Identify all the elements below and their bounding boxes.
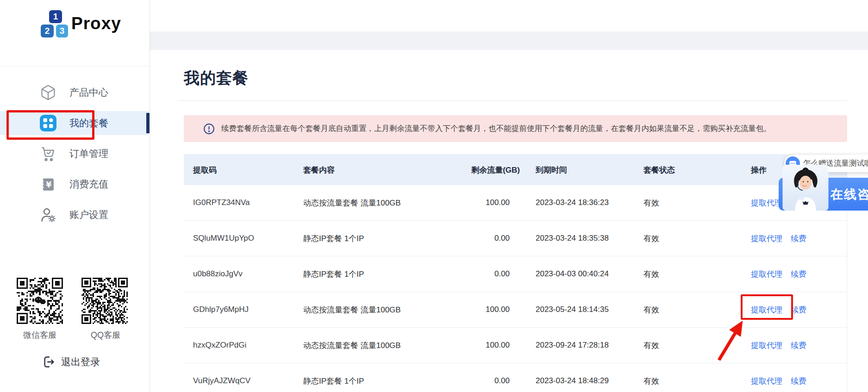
cell-actions: 提取代理续费 xyxy=(751,376,843,386)
cell-remaining: 0.00 xyxy=(437,376,520,386)
wechat-qr-label: 微信客服 xyxy=(17,330,63,341)
page-title: 我的套餐 xyxy=(184,68,249,89)
column-header-0: 提取码 xyxy=(193,164,300,175)
table-row-2: SQluMW1UpYpO静态IP套餐 1个IP0.002023-03-24 18… xyxy=(184,221,847,256)
cell-code: SQluMW1UpYpO xyxy=(193,234,300,243)
cell-actions: 提取代理续费 xyxy=(751,269,843,280)
sidebar-item-4[interactable]: ¥ 消费充值 xyxy=(0,172,150,196)
table-row-1: IG0RPTZ34NVa动态按流量套餐 流量100GB100.002023-03… xyxy=(184,185,847,221)
wechat-qr-code xyxy=(17,277,63,325)
page-background-band xyxy=(150,31,868,50)
cell-expires: 2023-09-24 17:28:18 xyxy=(536,341,647,350)
sidebar-item-2[interactable]: 我的套餐 xyxy=(0,111,150,135)
extract-proxy-link[interactable]: 提取代理 xyxy=(751,234,782,243)
cell-content: 静态IP套餐 1个IP xyxy=(303,233,437,244)
packages-table: 提取码套餐内容剩余流量(GB)到期时间套餐状态操作 IG0RPTZ34NVa动态… xyxy=(184,154,847,392)
cell-status: 有效 xyxy=(643,340,713,351)
renew-link[interactable]: 续费 xyxy=(791,234,806,243)
cell-actions: 提取代理续费 xyxy=(751,233,843,244)
sidebar-item-5[interactable]: 账户设置 xyxy=(0,203,150,227)
cell-remaining: 100.00 xyxy=(437,305,520,314)
cell-code: u0b88zioJgVv xyxy=(193,269,300,279)
sidebar-item-label: 消费充值 xyxy=(69,178,108,191)
sidebar-item-label: 我的套餐 xyxy=(69,117,108,130)
app-window: 我的套餐 续费套餐所含流量在每个套餐月底自动重置，上月剩余流量不带入下个套餐月，… xyxy=(0,0,868,392)
cell-content: 动态按流量套餐 流量100GB xyxy=(303,340,437,351)
column-header-1: 套餐内容 xyxy=(303,164,437,175)
cart-icon xyxy=(40,145,56,162)
brand-name: Proxy xyxy=(71,14,121,33)
svg-text:¥: ¥ xyxy=(46,180,51,189)
cell-expires: 2023-03-24 18:48:29 xyxy=(536,376,647,386)
qq-qr-label: QQ客服 xyxy=(82,330,129,341)
cell-status: 有效 xyxy=(643,198,713,208)
cell-expires: 2023-03-24 18:35:38 xyxy=(536,234,647,243)
sidebar-item-label: 订单管理 xyxy=(69,147,108,160)
cell-status: 有效 xyxy=(643,376,713,386)
sidebar: Proxy 123 产品中心 我的套餐 订单管理 ¥ 消费充值 xyxy=(0,0,150,392)
column-header-3: 到期时间 xyxy=(536,164,647,175)
customer-service-agent-photo xyxy=(782,165,829,211)
table-row-5: hzxQxZOrPdGi动态按流量套餐 流量100GB100.002023-09… xyxy=(184,328,847,363)
content-card: 我的套餐 续费套餐所含流量在每个套餐月底自动重置，上月剩余流量不带入下个套餐月，… xyxy=(150,50,868,392)
cell-code: hzxQxZOrPdGi xyxy=(193,341,300,350)
notice-banner: 续费套餐所含流量在每个套餐月底自动重置，上月剩余流量不带入下个套餐月，也不能提前… xyxy=(184,115,847,142)
title-divider xyxy=(177,100,847,101)
table-row-4: GDhlp7y6MpHJ动态按流量套餐 流量100GB100.002023-05… xyxy=(184,292,847,328)
warning-icon xyxy=(203,123,215,135)
cell-content: 静态IP套餐 1个IP xyxy=(303,269,437,280)
sidebar-item-label: 产品中心 xyxy=(69,86,108,99)
sidebar-item-1[interactable]: 产品中心 xyxy=(0,81,150,105)
cube-icon xyxy=(40,84,56,101)
top-header xyxy=(150,0,868,31)
cell-expires: 2023-05-24 18:14:35 xyxy=(536,305,647,314)
cell-code: IG0RPTZ34NVa xyxy=(193,198,300,207)
sidebar-item-3[interactable]: 订单管理 xyxy=(0,142,150,166)
cell-code: GDhlp7y6MpHJ xyxy=(193,305,300,314)
online-consult-label: 在线咨询 xyxy=(831,186,868,203)
table-row-3: u0b88zioJgVv静态IP套餐 1个IP0.002023-04-03 00… xyxy=(184,256,847,292)
column-header-2: 剩余流量(GB) xyxy=(437,164,520,175)
table-row-6: VuRjyAJZWqCV静态IP套餐 1个IP0.002023-03-24 18… xyxy=(184,363,847,392)
cell-remaining: 100.00 xyxy=(437,341,520,350)
renew-link[interactable]: 续费 xyxy=(791,341,806,350)
brand-logo[interactable]: Proxy 123 xyxy=(41,9,133,39)
cell-remaining: 100.00 xyxy=(437,198,520,207)
cell-content: 动态按流量套餐 流量100GB xyxy=(303,198,437,208)
cell-status: 有效 xyxy=(643,305,713,315)
extract-proxy-link[interactable]: 提取代理 xyxy=(751,341,782,350)
logout-icon xyxy=(43,355,56,368)
extract-proxy-link[interactable]: 提取代理 xyxy=(751,199,782,207)
renew-link[interactable]: 续费 xyxy=(791,377,806,386)
cell-content: 动态按流量套餐 流量100GB xyxy=(303,305,437,315)
sidebar-divider xyxy=(0,66,150,66)
logo-block-2: 2 xyxy=(41,25,54,37)
grid-icon xyxy=(40,115,56,131)
cell-status: 有效 xyxy=(643,233,713,244)
cell-content: 静态IP套餐 1个IP xyxy=(303,376,437,386)
table-header-row: 提取码套餐内容剩余流量(GB)到期时间套餐状态操作 xyxy=(184,154,847,185)
qq-qr-code xyxy=(81,277,128,325)
extract-proxy-link[interactable]: 提取代理 xyxy=(751,377,782,386)
renew-link[interactable]: 续费 xyxy=(791,305,806,314)
renew-link[interactable]: 续费 xyxy=(791,270,806,279)
cell-expires: 2023-04-03 00:40:24 xyxy=(536,269,647,279)
sidebar-item-label: 账户设置 xyxy=(69,208,108,221)
cell-expires: 2023-03-24 18:36:23 xyxy=(536,198,647,207)
column-header-4: 套餐状态 xyxy=(643,164,713,175)
cell-remaining: 0.00 xyxy=(437,269,520,279)
logout-button[interactable]: 退出登录 xyxy=(43,355,100,368)
logo-block-1: 1 xyxy=(49,10,62,23)
cell-remaining: 0.00 xyxy=(437,234,520,243)
cell-actions: 提取代理续费 xyxy=(751,305,843,315)
extract-proxy-link[interactable]: 提取代理 xyxy=(751,305,782,314)
table-body: IG0RPTZ34NVa动态按流量套餐 流量100GB100.002023-03… xyxy=(184,185,847,392)
wallet-icon: ¥ xyxy=(40,176,56,193)
logo-block-3: 3 xyxy=(56,25,68,37)
extract-proxy-link[interactable]: 提取代理 xyxy=(751,270,782,279)
cell-status: 有效 xyxy=(643,269,713,280)
user-gear-icon xyxy=(40,206,56,223)
cell-actions: 提取代理续费 xyxy=(751,340,843,351)
cell-code: VuRjyAJZWqCV xyxy=(193,376,300,386)
notice-text: 续费套餐所含流量在每个套餐月底自动重置，上月剩余流量不带入下个套餐月，也不能提前… xyxy=(221,124,771,134)
